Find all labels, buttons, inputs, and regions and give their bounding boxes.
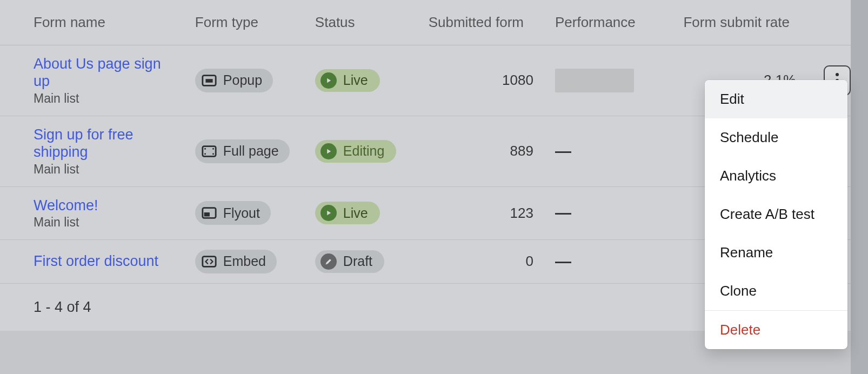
svg-rect-5 [203,146,216,156]
svg-point-2 [836,73,839,76]
form-name-link[interactable]: First order discount [34,252,173,271]
svg-point-9 [212,153,214,155]
fullpage-icon [201,143,218,160]
form-type-pill: Popup [195,69,273,92]
play-icon [321,205,337,221]
col-status[interactable]: Status [304,0,413,45]
performance-sparkline [555,69,634,92]
form-type-label: Embed [223,253,266,269]
svg-rect-11 [204,212,209,217]
svg-rect-1 [205,79,212,83]
empty-indicator: — [555,252,571,270]
submitted-count: 1080 [413,45,544,116]
submitted-count: 0 [413,239,544,283]
form-type-label: Popup [223,72,262,88]
embed-icon [201,253,218,270]
menu-delete[interactable]: Delete [705,311,847,349]
performance-cell: — [544,116,673,186]
form-name-link[interactable]: Welcome! [34,197,173,215]
form-list-label: Main list [34,215,173,230]
menu-analytics[interactable]: Analytics [705,157,847,195]
col-form-name[interactable]: Form name [0,0,184,45]
status-label: Live [343,72,368,88]
status-label: Editing [343,143,384,159]
menu-schedule[interactable]: Schedule [705,118,847,157]
play-icon [321,143,337,159]
form-name-link[interactable]: About Us page sign up [34,55,173,91]
svg-rect-12 [203,257,216,267]
play-icon [321,72,337,89]
scrollbar[interactable] [851,0,868,374]
popup-icon [201,72,218,89]
status-badge: Live [315,202,380,224]
row-actions-menu: Edit Schedule Analytics Create A/B test … [705,80,847,349]
col-form-type[interactable]: Form type [184,0,304,45]
col-submit-rate[interactable]: Form submit rate [672,0,806,45]
performance-cell: — [544,239,673,283]
form-type-pill: Embed [195,250,277,273]
performance-cell [544,45,673,116]
status-badge: Draft [315,250,384,273]
status-badge: Editing [315,140,396,163]
pencil-icon [321,253,337,270]
flyout-icon [201,204,218,222]
form-type-pill: Full page [195,139,290,163]
col-submitted[interactable]: Submitted form [413,0,544,45]
menu-rename[interactable]: Rename [705,233,847,272]
form-list-label: Main list [34,162,173,177]
performance-cell: — [544,186,673,239]
submitted-count: 123 [413,186,544,239]
status-label: Draft [343,253,372,269]
empty-indicator: — [555,142,571,160]
svg-point-7 [212,148,214,149]
form-type-label: Full page [223,143,279,159]
status-badge: Live [315,69,380,92]
menu-abtest[interactable]: Create A/B test [705,195,847,233]
form-name-link[interactable]: Sign up for free shipping [34,126,173,162]
menu-edit[interactable]: Edit [705,80,847,118]
empty-indicator: — [555,204,571,222]
status-label: Live [343,205,368,221]
form-list-label: Main list [34,91,173,106]
submitted-count: 889 [413,116,544,186]
menu-clone[interactable]: Clone [705,272,847,310]
svg-point-8 [204,153,206,155]
svg-point-6 [204,148,206,149]
col-performance[interactable]: Performance [544,0,673,45]
form-type-label: Flyout [223,205,260,221]
form-type-pill: Flyout [195,201,271,225]
